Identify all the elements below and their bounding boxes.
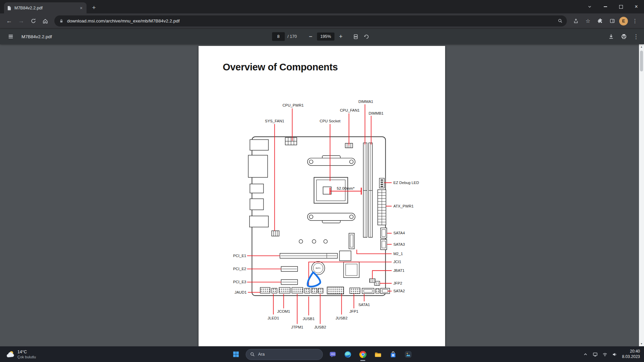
search-icon [250, 352, 255, 357]
label-sata4: SATA4 [393, 231, 405, 235]
taskbar-clock[interactable]: 20:40 8.03.2023 [620, 349, 642, 359]
pdf-content-area: Overview of Components [0, 44, 644, 346]
start-button[interactable] [229, 347, 243, 361]
tab-close-icon[interactable]: × [78, 5, 84, 11]
label-jci1: JCI1 [393, 260, 401, 264]
fit-page-button[interactable] [351, 31, 361, 42]
measurement-label: 52.00mm* [337, 186, 355, 190]
url-bar[interactable]: download.msi.com/archive/mnu_exe/mb/M7B8… [54, 15, 567, 26]
store-icon [389, 351, 397, 358]
label-cpu-fan1: CPU_FAN1 [340, 108, 360, 112]
folder-icon [374, 351, 382, 358]
m2-slot-connector [349, 233, 354, 249]
zoom-out-button[interactable]: − [306, 32, 316, 42]
motherboard-diagram: BAT1 [199, 46, 445, 346]
pdf-favicon-icon [7, 5, 12, 11]
window-minimize-button[interactable] [598, 0, 613, 13]
label-jusb1: JUSB1 [303, 317, 315, 321]
zoom-indicator-icon[interactable] [555, 16, 565, 26]
scroll-up-icon[interactable]: ▲ [639, 44, 644, 49]
rotate-page-button[interactable] [361, 31, 372, 42]
tab-search-chevron-icon[interactable] [585, 2, 594, 11]
page-number-input[interactable] [272, 32, 285, 41]
download-button[interactable] [606, 31, 616, 42]
label-jfp1: JFP1 [350, 309, 359, 313]
label-pci-e3: PCI_E3 [233, 280, 246, 284]
new-tab-button[interactable]: + [89, 3, 99, 12]
weather-desc: Çok bulutlu [17, 355, 36, 359]
share-button[interactable] [570, 15, 582, 27]
active-app-indicator [360, 360, 365, 361]
scroll-down-icon[interactable]: ▼ [639, 341, 644, 346]
tray-wifi-icon[interactable] [601, 349, 609, 359]
taskbar-chrome-button[interactable] [356, 347, 370, 361]
label-pci-e2: PCI_E2 [233, 267, 246, 271]
tray-volume-icon[interactable] [610, 349, 619, 359]
label-cpu-pwr1: CPU_PWR1 [282, 104, 304, 108]
pdf-menu-hamburger-button[interactable] [5, 31, 16, 42]
atx-power-connector [378, 190, 386, 225]
taskbar-app-button[interactable] [401, 347, 415, 361]
label-jled1: JLED1 [268, 316, 279, 320]
home-button[interactable] [40, 15, 51, 27]
taskbar-explorer-button[interactable] [371, 347, 385, 361]
label-sata3: SATA3 [393, 242, 405, 246]
tray-display-icon[interactable] [591, 349, 600, 359]
print-button[interactable] [619, 31, 629, 42]
extensions-puzzle-button[interactable] [594, 15, 606, 27]
taskbar-edge-button[interactable] [341, 347, 355, 361]
label-m2-1: M2_1 [393, 252, 403, 256]
label-sata2: SATA2 [393, 289, 405, 293]
pdf-more-kebab-button[interactable]: ⋮ [631, 33, 641, 40]
search-text: Ara [258, 352, 265, 357]
windows-logo-icon [232, 351, 240, 358]
taskbar-chat-button[interactable] [326, 347, 339, 361]
zoom-in-button[interactable]: + [336, 32, 346, 42]
label-dimma1: DIMMA1 [358, 100, 373, 104]
profile-avatar[interactable]: E [619, 17, 628, 25]
label-sata1: SATA1 [358, 303, 370, 307]
taskbar-store-button[interactable] [386, 347, 400, 361]
weather-widget[interactable]: 14°C Çok bulutlu [3, 347, 39, 362]
reload-button[interactable] [28, 15, 39, 27]
label-jusb2-a: JUSB2 [336, 316, 347, 320]
label-ez-debug-led: EZ Debug LED [393, 181, 419, 185]
system-tray: 20:40 8.03.2023 [581, 347, 642, 362]
weather-cloud-icon [5, 350, 15, 359]
taskbar: 14°C Çok bulutlu Ara [0, 346, 644, 362]
label-jfp2: JFP2 [393, 281, 402, 285]
url-text: download.msi.com/archive/mnu_exe/mb/M7B8… [67, 18, 552, 23]
taskbar-center: Ara [229, 347, 415, 362]
browser-titlebar: M7B84v2.2.pdf × + × [0, 0, 644, 13]
label-jcom1: JCOM1 [277, 309, 290, 313]
cpu-power-connector [285, 137, 297, 145]
browser-menu-kebab-button[interactable]: ⋮ [629, 15, 641, 27]
tray-chevron-up-icon[interactable] [581, 349, 590, 359]
browser-tab[interactable]: M7B84v2.2.pdf × [4, 2, 87, 13]
lock-icon [59, 18, 64, 23]
forward-button[interactable]: → [15, 15, 27, 27]
pdf-page: Overview of Components [199, 46, 445, 346]
scrollbar-thumb[interactable] [640, 51, 643, 71]
browser-navbar: ← → download.msi.com/archive/mnu_exe/mb/… [0, 13, 644, 29]
back-button[interactable]: ← [3, 15, 15, 27]
pdf-scrollbar[interactable]: ▲ ▼ [639, 44, 644, 346]
zoom-level[interactable]: 195% [317, 33, 334, 41]
battery-label: BAT1 [316, 267, 320, 269]
edge-icon [344, 351, 352, 358]
pdf-filename: M7B84v2.2.pdf [21, 34, 52, 39]
taskbar-search-box[interactable]: Ara [246, 349, 323, 360]
page-total: / 170 [287, 34, 297, 39]
ez-debug-led [379, 178, 384, 188]
sys-fan-connector [272, 231, 279, 236]
bookmark-star-button[interactable]: ☆ [582, 15, 594, 27]
label-jbat1: JBAT1 [393, 268, 405, 273]
app-icon [404, 351, 412, 358]
side-panel-button[interactable] [606, 15, 618, 27]
label-jtpm1: JTPM1 [291, 325, 303, 329]
window-close-button[interactable]: × [629, 0, 644, 13]
clock-date: 8.03.2023 [622, 354, 640, 360]
pdf-toolbar: M7B84v2.2.pdf / 170 − 195% + ⋮ [0, 29, 644, 44]
label-pci-e1: PCI_E1 [233, 254, 246, 258]
window-maximize-button[interactable] [613, 0, 629, 13]
